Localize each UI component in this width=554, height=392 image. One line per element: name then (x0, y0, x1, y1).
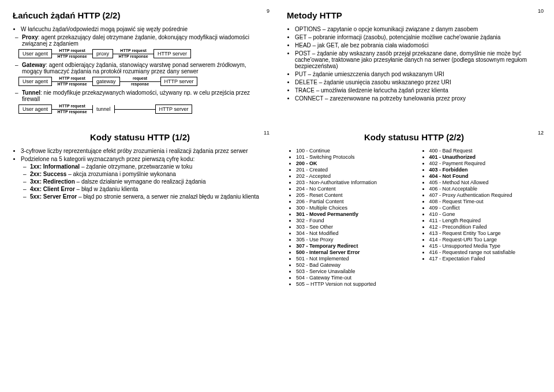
code-item: 501 - Not Implemented (296, 256, 409, 262)
term: Proxy (22, 34, 38, 40)
bullet-list: OPTIONS – zapytanie o opcje komunikacji … (287, 26, 541, 102)
box-proxy: proxy (92, 49, 113, 58)
code-item: 412 - Precondition Failed (429, 224, 542, 230)
code-item: 201 - Created (296, 167, 409, 173)
code-item: 502 - Bad Gateway (296, 262, 409, 268)
codes-col-1: 100 - Continue101 - Switching Protocols2… (287, 148, 409, 288)
sub-list: 1xx: Informational – żądanie otrzymane, … (21, 163, 267, 200)
code-item: 302 - Found (296, 218, 409, 223)
arrow: requestresponse (120, 81, 160, 82)
sub-bullet: 4xx: Client Error – błąd w żądaniu klien… (30, 186, 267, 192)
code-item: 304 - Not Modified (296, 230, 409, 236)
sub-bullet: 3xx: Redirection – dalsze działanie wyma… (30, 178, 267, 185)
bullet: TRACE – umożliwia śledzenie łańcucha żąd… (295, 87, 541, 94)
bullet: HEAD – jak GET, ale bez pobrania ciała w… (295, 42, 541, 48)
slide-title: Metody HTTP (287, 10, 541, 20)
code-item: 505 – HTTP Version not supported (296, 281, 409, 287)
code-item: 205 - Reset Content (296, 192, 409, 198)
codes-col-2: 400 - Bad Request401 - Unauthorized402 -… (420, 148, 542, 288)
code-item: 504 - Gateway Time-out (296, 275, 409, 281)
bullet: Podzielone na 5 kategorii wyznaczanych p… (21, 156, 267, 200)
code-item: 414 - Request-URI Too Large (429, 237, 542, 242)
arrow (115, 109, 155, 110)
bullet: CONNECT – zarezerwowane na potrzeby tune… (295, 95, 541, 102)
sub-list: Gateway: agent odbierający żądania, stan… (13, 62, 267, 74)
arrow: HTTP requestHTTP response (113, 54, 154, 54)
code-item: 300 - Multiple Choices (296, 205, 409, 211)
bullet: PUT – żądanie umieszczenia danych pod ws… (295, 71, 541, 77)
slide-11: 11 Kody statusu HTTP (1/2) 3-cyfrowe lic… (6, 128, 274, 292)
slide-9: 9 Łańcuch żądań HTTP (2/2) W łańcuchu żą… (6, 6, 274, 122)
bullet-list: 3-cyfrowe liczby reprezentujące efekt pr… (13, 148, 267, 200)
sub-bullet: 5xx: Server Error – błąd po stronie serw… (30, 193, 267, 200)
box-server: HTTP server (160, 77, 198, 86)
code-item: 410 - Gone (429, 211, 542, 217)
code-item: 500 - Internal Server Error (296, 249, 409, 255)
code-item: 407 - Proxy Authentication Required (429, 192, 542, 198)
box-user-agent: User agent (18, 49, 52, 58)
arrow: HTTP requestHTTP response (52, 81, 92, 82)
code-item: 411 - Length Required (429, 218, 542, 223)
code-item: 416 - Requested range not satisfiable (429, 249, 542, 255)
arrow: HTTP requestHTTP response (52, 54, 92, 54)
code-item: 200 - OK (296, 160, 409, 166)
term: Tunnel (22, 89, 40, 96)
code-item: 409 - Conflict (429, 205, 542, 211)
code-item: 413 - Request Entity Too Large (429, 230, 542, 236)
box-server: HTTP server (154, 49, 191, 58)
bullet: OPTIONS – zapytanie o opcje komunikacji … (295, 26, 541, 32)
arrow: HTTP requestHTTP response (52, 109, 92, 110)
diagram-gateway: User agent HTTP requestHTTP response gat… (18, 77, 267, 86)
box-gateway: gateway (92, 77, 120, 86)
slide-number: 11 (264, 130, 269, 136)
bullet-list: W łańcuchu żądań/odpowiedzi mogą pojawić… (13, 26, 267, 32)
bullet: DELETE – żądanie usunięcia zasobu wskaza… (295, 79, 541, 85)
slide-12: 12 Kody statusu HTTP (2/2) 100 - Continu… (280, 128, 548, 292)
code-item: 405 - Method Not Allowed (429, 180, 542, 185)
desc: : agent przekazujący dalej otrzymane żąd… (22, 34, 249, 47)
slide-grid: 9 Łańcuch żądań HTTP (2/2) W łańcuchu żą… (6, 6, 548, 292)
two-column: 100 - Continue101 - Switching Protocols2… (287, 148, 541, 288)
slide-title: Łańcuch żądań HTTP (2/2) (13, 10, 267, 20)
slide-title: Kody statusu HTTP (2/2) (287, 132, 541, 142)
box-user-agent: User agent (18, 104, 52, 114)
bullet: W łańcuchu żądań/odpowiedzi mogą pojawić… (21, 26, 267, 32)
code-item: 203 - Non-Authoritative Information (296, 180, 409, 185)
code-item: 202 - Accepted (296, 173, 409, 179)
code-item: 307 - Temporary Redirect (296, 243, 409, 249)
code-item: 402 - Payment Required (429, 160, 542, 166)
slide-10: 10 Metody HTTP OPTIONS – zapytanie o opc… (280, 6, 548, 122)
sub-bullet: Gateway: agent odbierający żądania, stan… (22, 62, 267, 74)
box-user-agent: User agent (18, 77, 52, 86)
code-item: 101 - Switching Protocols (296, 154, 409, 160)
sub-bullet: Proxy: agent przekazujący dalej otrzyman… (22, 34, 267, 47)
code-item: 406 - Not Acceptable (429, 186, 542, 192)
code-item: 400 - Bad Request (429, 148, 542, 154)
code-item: 100 - Continue (296, 148, 409, 154)
slide-number: 9 (267, 8, 269, 14)
code-item: 417 - Expectation Failed (429, 256, 542, 262)
box-tunnel: tunnel (92, 105, 115, 113)
bullet: 3-cyfrowe liczby reprezentujące efekt pr… (21, 148, 267, 154)
bullet: GET – pobranie informacji (zasobu), pote… (295, 34, 541, 40)
code-item: 403 - Forbidden (429, 167, 542, 173)
bullet: POST – żądanie aby wskazany zasób przeją… (295, 50, 541, 69)
sub-bullet: Tunnel: nie modyfikuje przekazywanych wi… (22, 89, 267, 102)
code-item: 408 - Request Time-out (429, 199, 542, 204)
code-item: 206 - Partial Content (296, 199, 409, 204)
code-item: 401 - Unauthorized (429, 154, 542, 160)
code-item: 415 - Unsupported Media Type (429, 243, 542, 249)
sub-bullet: 2xx: Success – akcja zrozumiana i pomyśl… (30, 171, 267, 177)
diagram-proxy: User agent HTTP requestHTTP response pro… (18, 49, 267, 58)
term: Gateway (22, 62, 46, 68)
code-item: 305 - Use Proxy (296, 237, 409, 242)
diagram-tunnel: User agent HTTP requestHTTP response tun… (18, 104, 267, 114)
sub-bullet: 1xx: Informational – żądanie otrzymane, … (30, 163, 267, 170)
slide-number: 12 (538, 130, 544, 136)
desc: : nie modyfikuje przekazywanych wiadomoś… (22, 89, 250, 102)
code-item: 404 - Not Found (429, 173, 542, 179)
code-item: 204 - No Content (296, 186, 409, 192)
slide-title: Kody statusu HTTP (1/2) (13, 132, 267, 142)
sub-list: Proxy: agent przekazujący dalej otrzyman… (13, 34, 267, 47)
code-item: 301 - Moved Permanently (296, 211, 409, 217)
